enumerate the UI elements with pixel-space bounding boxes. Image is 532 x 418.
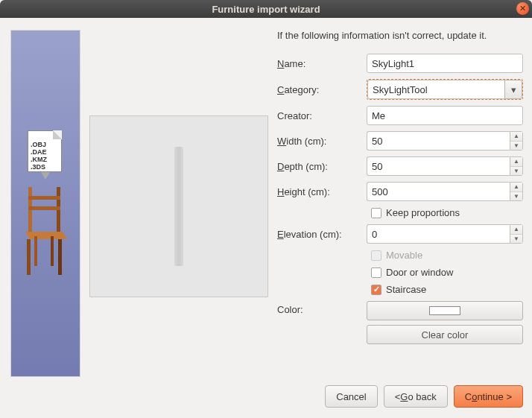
staircase-row: Staircase <box>367 284 523 295</box>
svg-marker-4 <box>25 232 67 239</box>
door-window-checkbox[interactable] <box>371 267 381 278</box>
color-label: Color: <box>277 301 361 315</box>
spin-down-icon[interactable]: ▼ <box>510 142 522 151</box>
keep-proportions-checkbox[interactable] <box>371 208 381 218</box>
continue-button[interactable]: Continue > <box>454 385 523 408</box>
name-input[interactable] <box>367 54 523 73</box>
depth-input[interactable] <box>367 156 510 176</box>
combobox-toggle-icon[interactable]: ▾ <box>504 80 522 99</box>
height-label: Height (cm): <box>277 186 361 197</box>
arrow-down-icon <box>41 172 50 180</box>
spin-up-icon[interactable]: ▲ <box>510 157 522 167</box>
elevation-input[interactable] <box>367 224 510 244</box>
preview-object <box>174 147 183 266</box>
chair-icon <box>24 187 69 276</box>
category-label: Category: <box>277 84 361 95</box>
width-label: Width (cm): <box>277 136 361 147</box>
svg-rect-3 <box>28 206 60 210</box>
svg-rect-7 <box>34 236 37 266</box>
svg-rect-5 <box>27 239 31 275</box>
spin-down-icon[interactable]: ▼ <box>510 235 522 244</box>
depth-spinner[interactable]: ▲▼ <box>367 156 523 176</box>
go-back-button[interactable]: < Go back <box>384 385 448 408</box>
door-window-row: Door or window <box>367 267 523 278</box>
spin-up-icon[interactable]: ▲ <box>510 225 522 235</box>
keep-proportions-label: Keep proportions <box>386 207 460 218</box>
staircase-label: Staircase <box>386 284 426 295</box>
file-fold-icon <box>53 130 62 139</box>
side-illustration: .OBJ .DAE .KMZ .3DS <box>10 30 80 377</box>
keep-proportions-row: Keep proportions <box>367 207 523 218</box>
elevation-spinner[interactable]: ▲▼ <box>367 224 523 244</box>
depth-label: Depth (cm): <box>277 161 361 172</box>
spin-up-icon[interactable]: ▲ <box>510 132 522 142</box>
category-input[interactable] <box>367 80 504 99</box>
file-formats-label: .OBJ .DAE .KMZ .3DS <box>31 141 47 171</box>
creator-label: Creator: <box>277 110 361 121</box>
movable-checkbox <box>371 250 381 261</box>
movable-label: Movable <box>386 250 422 261</box>
height-input[interactable] <box>367 182 510 201</box>
elevation-label: Elevation (cm): <box>277 229 361 240</box>
height-spinner[interactable]: ▲▼ <box>367 182 523 201</box>
instruction-text: If the following information isn't corre… <box>277 30 523 43</box>
color-swatch <box>429 306 460 315</box>
spin-down-icon[interactable]: ▼ <box>510 167 522 176</box>
dialog-content: .OBJ .DAE .KMZ .3DS If the following inf… <box>0 18 532 385</box>
spin-up-icon[interactable]: ▲ <box>510 183 522 192</box>
model-preview <box>89 115 268 297</box>
svg-rect-8 <box>51 236 54 266</box>
window-title: Furniture import wizard <box>212 4 320 15</box>
color-button[interactable] <box>367 301 523 320</box>
creator-input[interactable] <box>367 106 523 125</box>
title-bar: Furniture import wizard ✕ <box>0 0 532 18</box>
category-combobox[interactable]: ▾ <box>367 79 523 100</box>
movable-row: Movable <box>367 250 523 261</box>
width-input[interactable] <box>367 131 510 151</box>
door-window-label: Door or window <box>386 267 453 278</box>
svg-rect-6 <box>58 239 62 275</box>
dialog-footer: Cancel < Go back Continue > <box>0 385 532 417</box>
svg-rect-2 <box>28 196 60 200</box>
clear-color-button[interactable]: Clear color <box>367 325 523 344</box>
width-spinner[interactable]: ▲▼ <box>367 131 523 151</box>
close-icon[interactable]: ✕ <box>516 2 529 15</box>
spin-down-icon[interactable]: ▼ <box>510 192 522 201</box>
name-label: Name: <box>277 58 361 69</box>
cancel-button[interactable]: Cancel <box>325 385 377 408</box>
staircase-checkbox[interactable] <box>371 285 381 295</box>
